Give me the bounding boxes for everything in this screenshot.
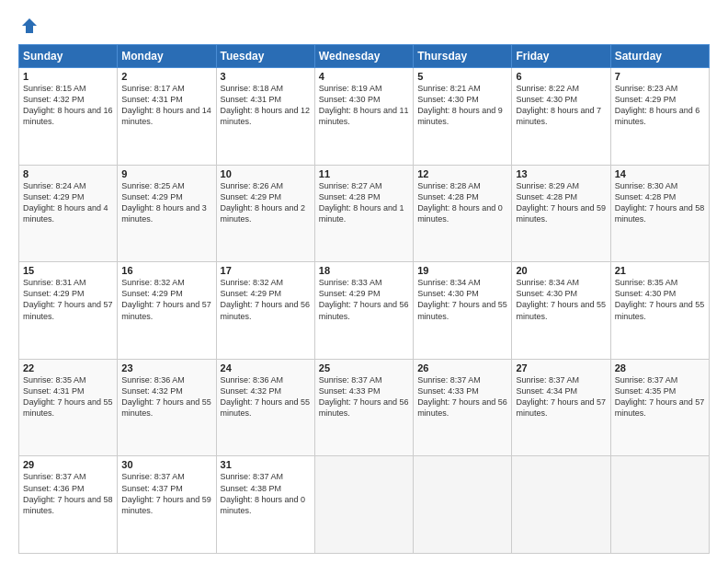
logo-text <box>18 17 39 35</box>
day-number: 15 <box>23 265 113 276</box>
day-number: 21 <box>615 265 705 276</box>
day-info: Sunrise: 8:34 AMSunset: 4:30 PMDaylight:… <box>516 278 606 320</box>
day-number: 19 <box>417 265 507 276</box>
calendar-cell: 6 Sunrise: 8:22 AMSunset: 4:30 PMDayligh… <box>512 68 610 166</box>
calendar-cell: 30 Sunrise: 8:37 AMSunset: 4:37 PMDaylig… <box>118 456 216 554</box>
calendar-cell: 28 Sunrise: 8:37 AMSunset: 4:35 PMDaylig… <box>610 359 709 456</box>
day-number: 25 <box>319 362 409 373</box>
calendar-cell: 10 Sunrise: 8:26 AMSunset: 4:29 PMDaylig… <box>216 165 314 262</box>
day-number: 22 <box>23 362 113 373</box>
day-info: Sunrise: 8:27 AMSunset: 4:28 PMDaylight:… <box>319 181 404 224</box>
calendar-cell: 18 Sunrise: 8:33 AMSunset: 4:29 PMDaylig… <box>314 262 413 360</box>
calendar-day-header: Tuesday <box>216 45 314 68</box>
calendar-cell: 8 Sunrise: 8:24 AMSunset: 4:29 PMDayligh… <box>19 165 118 262</box>
day-info: Sunrise: 8:37 AMSunset: 4:35 PMDaylight:… <box>615 375 705 418</box>
calendar-cell: 29 Sunrise: 8:37 AMSunset: 4:36 PMDaylig… <box>19 456 118 554</box>
calendar-header-row: SundayMondayTuesdayWednesdayThursdayFrid… <box>19 45 710 68</box>
day-number: 13 <box>516 168 606 179</box>
logo <box>18 17 39 35</box>
page: SundayMondayTuesdayWednesdayThursdayFrid… <box>0 0 728 563</box>
day-info: Sunrise: 8:23 AMSunset: 4:29 PMDaylight:… <box>615 84 700 126</box>
day-number: 6 <box>516 71 606 82</box>
calendar-cell: 19 Sunrise: 8:34 AMSunset: 4:30 PMDaylig… <box>414 262 512 360</box>
day-number: 17 <box>221 265 311 276</box>
day-number: 14 <box>615 168 705 179</box>
day-number: 24 <box>221 362 311 373</box>
calendar-cell: 11 Sunrise: 8:27 AMSunset: 4:28 PMDaylig… <box>314 165 413 262</box>
day-info: Sunrise: 8:26 AMSunset: 4:29 PMDaylight:… <box>221 181 306 224</box>
day-number: 28 <box>615 362 705 373</box>
day-info: Sunrise: 8:28 AMSunset: 4:28 PMDaylight:… <box>417 181 503 224</box>
calendar-day-header: Wednesday <box>314 45 413 68</box>
day-number: 27 <box>516 362 606 373</box>
day-info: Sunrise: 8:32 AMSunset: 4:29 PMDaylight:… <box>121 278 211 320</box>
svg-marker-0 <box>22 18 37 33</box>
day-info: Sunrise: 8:37 AMSunset: 4:33 PMDaylight:… <box>417 375 507 418</box>
day-info: Sunrise: 8:24 AMSunset: 4:29 PMDaylight:… <box>23 181 108 224</box>
calendar-cell <box>610 456 709 554</box>
calendar-cell: 13 Sunrise: 8:29 AMSunset: 4:28 PMDaylig… <box>512 165 610 262</box>
calendar-cell: 25 Sunrise: 8:37 AMSunset: 4:33 PMDaylig… <box>314 359 413 456</box>
day-info: Sunrise: 8:15 AMSunset: 4:32 PMDaylight:… <box>23 84 113 126</box>
calendar-cell <box>414 456 512 554</box>
calendar-cell: 15 Sunrise: 8:31 AMSunset: 4:29 PMDaylig… <box>19 262 118 360</box>
calendar-cell: 16 Sunrise: 8:32 AMSunset: 4:29 PMDaylig… <box>118 262 216 360</box>
calendar-cell: 31 Sunrise: 8:37 AMSunset: 4:38 PMDaylig… <box>216 456 314 554</box>
day-info: Sunrise: 8:18 AMSunset: 4:31 PMDaylight:… <box>221 84 311 126</box>
day-number: 10 <box>221 168 311 179</box>
day-info: Sunrise: 8:35 AMSunset: 4:31 PMDaylight:… <box>23 375 113 418</box>
calendar-cell: 17 Sunrise: 8:32 AMSunset: 4:29 PMDaylig… <box>216 262 314 360</box>
calendar-cell: 14 Sunrise: 8:30 AMSunset: 4:28 PMDaylig… <box>610 165 709 262</box>
calendar-day-header: Sunday <box>19 45 118 68</box>
day-info: Sunrise: 8:37 AMSunset: 4:37 PMDaylight:… <box>121 472 211 514</box>
day-number: 1 <box>23 71 113 82</box>
day-info: Sunrise: 8:21 AMSunset: 4:30 PMDaylight:… <box>417 84 503 126</box>
day-info: Sunrise: 8:37 AMSunset: 4:34 PMDaylight:… <box>516 375 606 418</box>
day-info: Sunrise: 8:22 AMSunset: 4:30 PMDaylight:… <box>516 84 601 126</box>
day-number: 2 <box>121 71 211 82</box>
day-info: Sunrise: 8:35 AMSunset: 4:30 PMDaylight:… <box>615 278 705 320</box>
day-number: 4 <box>319 71 409 82</box>
calendar-week-row: 22 Sunrise: 8:35 AMSunset: 4:31 PMDaylig… <box>19 359 710 456</box>
calendar-cell: 4 Sunrise: 8:19 AMSunset: 4:30 PMDayligh… <box>314 68 413 166</box>
day-number: 29 <box>23 459 113 470</box>
calendar-cell: 22 Sunrise: 8:35 AMSunset: 4:31 PMDaylig… <box>19 359 118 456</box>
day-number: 20 <box>516 265 606 276</box>
calendar-cell: 23 Sunrise: 8:36 AMSunset: 4:32 PMDaylig… <box>118 359 216 456</box>
day-number: 5 <box>417 71 507 82</box>
day-info: Sunrise: 8:33 AMSunset: 4:29 PMDaylight:… <box>319 278 409 320</box>
day-info: Sunrise: 8:32 AMSunset: 4:29 PMDaylight:… <box>221 278 311 320</box>
calendar-week-row: 1 Sunrise: 8:15 AMSunset: 4:32 PMDayligh… <box>19 68 710 166</box>
calendar-cell: 12 Sunrise: 8:28 AMSunset: 4:28 PMDaylig… <box>414 165 512 262</box>
calendar-cell: 24 Sunrise: 8:36 AMSunset: 4:32 PMDaylig… <box>216 359 314 456</box>
day-info: Sunrise: 8:17 AMSunset: 4:31 PMDaylight:… <box>121 84 211 126</box>
calendar-cell: 7 Sunrise: 8:23 AMSunset: 4:29 PMDayligh… <box>610 68 709 166</box>
calendar-cell: 5 Sunrise: 8:21 AMSunset: 4:30 PMDayligh… <box>414 68 512 166</box>
calendar-day-header: Saturday <box>610 45 709 68</box>
day-info: Sunrise: 8:37 AMSunset: 4:36 PMDaylight:… <box>23 472 113 514</box>
day-info: Sunrise: 8:29 AMSunset: 4:28 PMDaylight:… <box>516 181 606 224</box>
day-number: 23 <box>121 362 211 373</box>
calendar-day-header: Thursday <box>414 45 512 68</box>
day-number: 3 <box>221 71 311 82</box>
day-info: Sunrise: 8:25 AMSunset: 4:29 PMDaylight:… <box>121 181 207 224</box>
calendar-week-row: 29 Sunrise: 8:37 AMSunset: 4:36 PMDaylig… <box>19 456 710 554</box>
calendar-cell: 3 Sunrise: 8:18 AMSunset: 4:31 PMDayligh… <box>216 68 314 166</box>
calendar-cell: 21 Sunrise: 8:35 AMSunset: 4:30 PMDaylig… <box>610 262 709 360</box>
calendar-cell: 2 Sunrise: 8:17 AMSunset: 4:31 PMDayligh… <box>118 68 216 166</box>
logo-icon <box>20 17 39 35</box>
day-info: Sunrise: 8:19 AMSunset: 4:30 PMDaylight:… <box>319 84 409 126</box>
calendar-week-row: 8 Sunrise: 8:24 AMSunset: 4:29 PMDayligh… <box>19 165 710 262</box>
day-number: 30 <box>121 459 211 470</box>
day-info: Sunrise: 8:37 AMSunset: 4:38 PMDaylight:… <box>221 472 306 514</box>
day-info: Sunrise: 8:30 AMSunset: 4:28 PMDaylight:… <box>615 181 705 224</box>
calendar-cell: 9 Sunrise: 8:25 AMSunset: 4:29 PMDayligh… <box>118 165 216 262</box>
day-number: 7 <box>615 71 705 82</box>
calendar-cell: 1 Sunrise: 8:15 AMSunset: 4:32 PMDayligh… <box>19 68 118 166</box>
calendar-cell <box>314 456 413 554</box>
day-number: 18 <box>319 265 409 276</box>
calendar-week-row: 15 Sunrise: 8:31 AMSunset: 4:29 PMDaylig… <box>19 262 710 360</box>
day-info: Sunrise: 8:31 AMSunset: 4:29 PMDaylight:… <box>23 278 113 320</box>
header <box>18 17 710 35</box>
calendar-cell: 27 Sunrise: 8:37 AMSunset: 4:34 PMDaylig… <box>512 359 610 456</box>
